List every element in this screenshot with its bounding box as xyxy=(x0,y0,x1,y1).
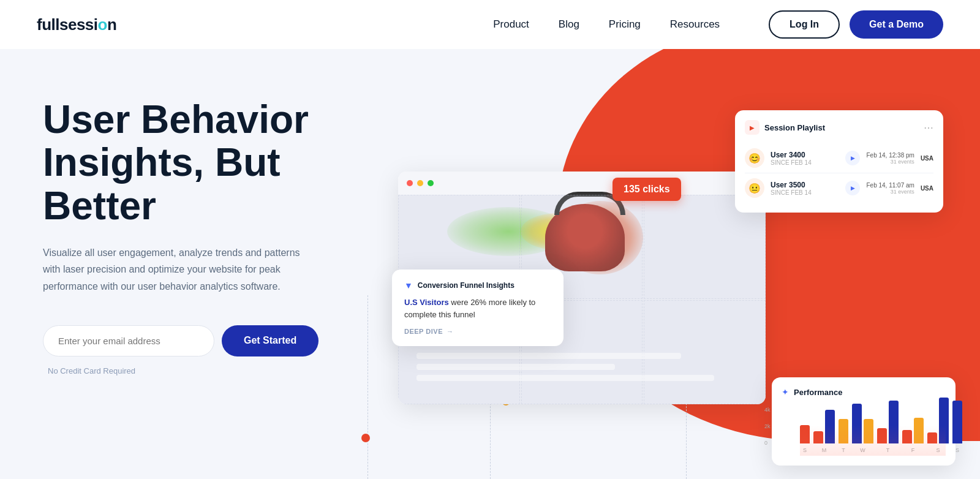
bar-label: S xyxy=(803,447,807,453)
y-label-2k: 2k xyxy=(764,423,771,429)
bar-group-m: M xyxy=(813,410,835,453)
bar-red xyxy=(813,431,823,443)
chart-y-labels: 4k 2k 0 xyxy=(764,407,771,446)
funnel-title: Conversion Funnel Insights xyxy=(418,281,514,290)
logo-accent: o xyxy=(98,15,107,34)
session-row: 😐 User 3500 SINCE FEB 14 ▶ Feb 14, 11:07… xyxy=(745,173,933,203)
nav-pricing[interactable]: Pricing xyxy=(609,18,641,30)
bar-red xyxy=(927,432,937,443)
session-card-header: Session Playlist ⋯ xyxy=(745,120,933,135)
perf-title: Performance xyxy=(794,388,842,397)
avatar-1: 😊 xyxy=(745,148,764,168)
bar-group-t1: T xyxy=(839,419,848,453)
bar-chart: S M T xyxy=(800,407,946,456)
session-flag-1: USA xyxy=(921,155,933,162)
bar-group-w: W xyxy=(852,404,873,453)
product-image xyxy=(545,204,625,271)
session-info-1: User 3400 SINCE FEB 14 xyxy=(771,151,839,166)
bar-chart-wrapper: 4k 2k 0 S xyxy=(782,407,946,456)
funnel-header: ▼ Conversion Funnel Insights xyxy=(404,281,551,290)
bar-pair xyxy=(852,404,873,443)
performance-card: ✦ Performance 4k 2k 0 S xyxy=(772,377,956,466)
email-input[interactable] xyxy=(43,325,214,356)
browser-dot-red xyxy=(407,180,413,186)
y-label-4k: 4k xyxy=(764,407,771,413)
bar-group-f: F xyxy=(902,418,924,453)
hero-content: User Behavior Insights, But Better Visua… xyxy=(0,49,355,479)
session-user-2: User 3500 xyxy=(771,181,839,189)
bar-label: S xyxy=(956,447,959,453)
no-credit-card-label: No Credit Card Required xyxy=(43,366,355,375)
bar-blue xyxy=(852,404,862,443)
bar-red xyxy=(902,430,912,443)
bar-label: M xyxy=(822,447,827,453)
funnel-card: ▼ Conversion Funnel Insights U.S Visitor… xyxy=(392,270,564,346)
session-meta-1: Feb 14, 12:38 pm 31 events xyxy=(866,152,914,165)
nav-buttons: Log In Get a Demo xyxy=(769,10,943,39)
session-play-btn-1[interactable]: ▶ xyxy=(845,151,860,165)
nav-blog[interactable]: Blog xyxy=(559,18,579,30)
nav-links: Product Blog Pricing Resources xyxy=(493,18,720,31)
bar-blue xyxy=(889,401,899,443)
logo[interactable]: fullsession xyxy=(37,15,116,34)
bar-pair xyxy=(927,398,949,443)
session-meta-2: Feb 14, 11:07 am 31 events xyxy=(866,182,914,195)
session-card-title: Session Playlist xyxy=(764,123,825,132)
bar-blue xyxy=(939,398,949,443)
session-play-btn-2[interactable]: ▶ xyxy=(845,181,860,195)
funnel-highlight: U.S Visitors xyxy=(404,298,449,307)
perf-header: ✦ Performance xyxy=(782,387,946,397)
play-icon xyxy=(745,120,760,135)
login-button[interactable]: Log In xyxy=(769,10,840,39)
dot-red xyxy=(361,434,370,442)
browser-dot-yellow xyxy=(417,180,423,186)
session-user-1: User 3400 xyxy=(771,151,839,159)
get-started-button[interactable]: Get Started xyxy=(222,325,318,356)
funnel-text: U.S Visitors were 26% more likely to com… xyxy=(404,296,551,320)
placeholder-rows xyxy=(417,353,747,386)
session-row: 😊 User 3400 SINCE FEB 14 ▶ Feb 14, 12:38… xyxy=(745,143,933,173)
browser-dot-green xyxy=(428,180,434,186)
bar-group-t2: T xyxy=(877,401,899,453)
bar-label: S xyxy=(936,447,940,453)
heatmap-cell xyxy=(644,300,766,404)
bar-red xyxy=(800,425,810,443)
session-flag-2: USA xyxy=(921,185,933,192)
bar-yellow xyxy=(864,419,873,443)
dashboard-area: Session Playlist ⋯ 😊 User 3400 SINCE FEB… xyxy=(380,61,980,478)
placeholder-row xyxy=(417,353,681,359)
bar-group-s2: S xyxy=(927,398,949,453)
placeholder-row xyxy=(417,375,714,381)
bar-group-s3: S xyxy=(952,401,962,453)
nav-product[interactable]: Product xyxy=(493,18,529,30)
clicks-badge: 135 clicks xyxy=(612,178,681,201)
bar-label: T xyxy=(886,447,890,453)
bar-yellow xyxy=(914,418,924,443)
settings-icon[interactable]: ⋯ xyxy=(924,122,933,134)
bar-pair xyxy=(902,418,924,443)
bar-pair xyxy=(877,401,899,443)
funnel-icon: ▼ xyxy=(404,281,413,290)
bar-label: W xyxy=(860,447,865,453)
hero-subtitle: Visualize all user engagement, analyze t… xyxy=(43,244,312,295)
session-playlist-card: Session Playlist ⋯ 😊 User 3400 SINCE FEB… xyxy=(735,110,943,213)
bar-group-s1: S xyxy=(800,425,810,453)
avatar-2: 😐 xyxy=(745,178,764,198)
navbar: fullsession Product Blog Pricing Resourc… xyxy=(0,0,980,49)
bar-label: T xyxy=(842,447,845,453)
bar-label: F xyxy=(911,447,915,453)
bar-blue xyxy=(952,401,962,443)
nav-resources[interactable]: Resources xyxy=(670,18,720,30)
hero-section: User Behavior Insights, But Better Visua… xyxy=(0,49,980,479)
placeholder-row xyxy=(417,364,615,370)
bar-blue xyxy=(825,410,835,443)
bar-pair xyxy=(813,410,835,443)
bar-yellow xyxy=(839,419,848,443)
session-since-1: SINCE FEB 14 xyxy=(771,159,839,166)
deep-dive-link[interactable]: DEEP DIVE xyxy=(404,328,551,335)
bar-red xyxy=(877,428,887,443)
demo-button[interactable]: Get a Demo xyxy=(850,10,943,39)
y-label-0: 0 xyxy=(764,440,771,446)
email-form: Get Started xyxy=(43,325,355,356)
session-info-2: User 3500 SINCE FEB 14 xyxy=(771,181,839,196)
